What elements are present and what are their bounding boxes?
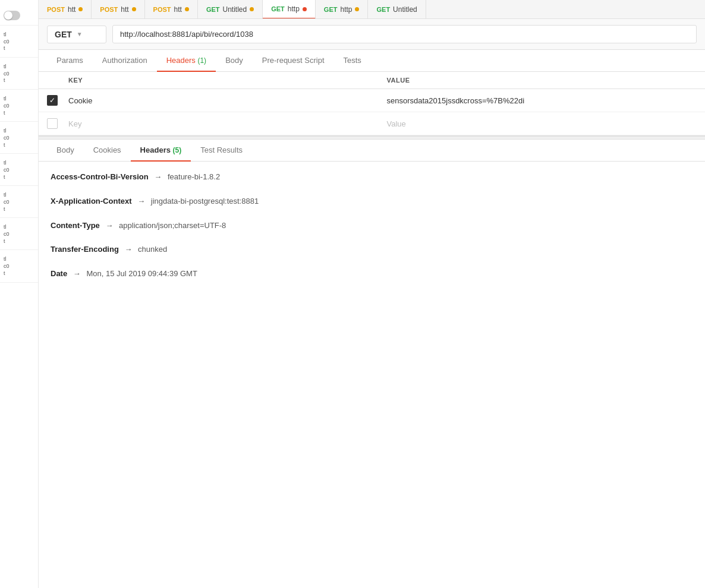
tab-method-5: GET xyxy=(324,6,338,13)
tab-dot-3 xyxy=(250,7,254,11)
tab-authorization[interactable]: Authorization xyxy=(93,50,157,72)
header-row-2: Key Value xyxy=(39,112,705,135)
tab-method-4: GET xyxy=(271,5,285,12)
header-row-1: ✓ Cookie sensorsdata2015jssdkcross=%7B%2… xyxy=(39,89,705,112)
app-container: tlc0t tlc0t tlc0t tlc0t tlc0t tlc0t tlc0… xyxy=(0,0,705,588)
tab-tests[interactable]: Tests xyxy=(334,50,371,72)
arrow-icon-5: → xyxy=(73,269,81,278)
sidebar-item-5[interactable]: tlc0t xyxy=(0,154,38,186)
tab-3[interactable]: GETUntitled xyxy=(198,0,263,18)
headers-table: KEY VALUE ✓ Cookie sensorsdata2015jssdkc… xyxy=(39,72,705,136)
response-header-2: X-Application-Context → jingdata-bi-post… xyxy=(51,195,693,208)
sidebar-item-6[interactable]: tlc0t xyxy=(0,186,38,218)
tab-dot-0 xyxy=(78,7,83,11)
key-col-header: KEY xyxy=(68,77,387,84)
tab-dot-2 xyxy=(185,7,189,11)
value-col-header: VALUE xyxy=(387,77,706,84)
sidebar-toggle[interactable] xyxy=(0,6,38,26)
header-value-2-placeholder[interactable]: Value xyxy=(387,119,706,128)
response-header-1: Access-Control-Bi-Version → feature-bi-1… xyxy=(51,171,693,184)
tab-params[interactable]: Params xyxy=(47,50,93,72)
response-body: Access-Control-Bi-Version → feature-bi-1… xyxy=(39,162,705,588)
res-tab-test-results[interactable]: Test Results xyxy=(191,140,252,162)
sidebar: tlc0t tlc0t tlc0t tlc0t tlc0t tlc0t tlc0… xyxy=(0,0,39,588)
sidebar-item-8[interactable]: tlc0t xyxy=(0,250,38,282)
arrow-icon-3: → xyxy=(105,221,113,230)
tab-dot-1 xyxy=(132,7,136,11)
arrow-icon-2: → xyxy=(137,197,145,206)
tab-dot-4 xyxy=(303,7,307,11)
arrow-icon-4: → xyxy=(124,245,132,254)
response-header-4: Transfer-Encoding → chunked xyxy=(51,244,693,256)
sidebar-item-1[interactable]: tlc0t xyxy=(0,26,38,58)
method-selector[interactable]: GET ▼ xyxy=(47,26,106,43)
request-tabs: Params Authorization Headers (1) Body Pr… xyxy=(39,50,705,72)
checkbox-1[interactable]: ✓ xyxy=(47,95,58,106)
header-key-1[interactable]: Cookie xyxy=(68,96,387,105)
sidebar-item-3[interactable]: tlc0t xyxy=(0,90,38,122)
tab-headers[interactable]: Headers (1) xyxy=(157,50,216,72)
tab-dot-5 xyxy=(355,7,359,11)
sidebar-item-4[interactable]: tlc0t xyxy=(0,122,38,154)
checkbox-cell-1[interactable]: ✓ xyxy=(39,95,68,106)
res-tab-headers[interactable]: Headers (5) xyxy=(131,140,191,162)
headers-table-header: KEY VALUE xyxy=(39,72,705,89)
url-input[interactable] xyxy=(112,25,697,43)
tab-prerequest-script[interactable]: Pre-request Script xyxy=(253,50,334,72)
header-key-2-placeholder[interactable]: Key xyxy=(68,119,387,128)
sidebar-item-7[interactable]: tlc0t xyxy=(0,218,38,250)
tab-2[interactable]: POSThtt xyxy=(145,0,198,18)
method-label: GET xyxy=(55,30,72,39)
tab-label-0: htt xyxy=(68,5,75,14)
response-header-3: Content-Type → application/json;charset=… xyxy=(51,220,693,232)
tab-1[interactable]: POSThtt xyxy=(92,0,144,18)
tab-method-6: GET xyxy=(376,6,390,13)
response-tabs: Body Cookies Headers (5) Test Results xyxy=(39,140,705,162)
tab-method-0: POST xyxy=(47,6,65,13)
tab-method-3: GET xyxy=(206,6,220,13)
tab-method-2: POST xyxy=(153,6,171,13)
res-tab-cookies[interactable]: Cookies xyxy=(84,140,131,162)
tab-label-2: htt xyxy=(174,5,182,14)
arrow-icon-1: → xyxy=(154,172,162,181)
tab-method-1: POST xyxy=(100,6,118,13)
checkbox-2[interactable] xyxy=(47,118,58,129)
tab-label-4: http xyxy=(288,5,300,13)
tab-label-3: Untitled xyxy=(223,5,247,14)
checkbox-cell-2[interactable] xyxy=(39,118,68,129)
main-content: POSThttPOSThttPOSThttGETUntitledGEThttpG… xyxy=(39,0,705,588)
tab-6[interactable]: GETUntitled xyxy=(368,0,426,18)
tab-5[interactable]: GEThttp xyxy=(316,0,369,18)
header-value-1[interactable]: sensorsdata2015jssdkcross=%7B%22di xyxy=(387,96,706,105)
tab-label-6: Untitled xyxy=(393,5,417,14)
chevron-down-icon: ▼ xyxy=(77,31,83,37)
request-bar: GET ▼ xyxy=(39,19,705,50)
response-header-5: Date → Mon, 15 Jul 2019 09:44:39 GMT xyxy=(51,268,693,280)
sidebar-item-2[interactable]: tlc0t xyxy=(0,58,38,90)
tabs-bar: POSThttPOSThttPOSThttGETUntitledGEThttpG… xyxy=(39,0,705,19)
tab-label-1: htt xyxy=(121,5,128,14)
tab-label-5: http xyxy=(340,5,352,14)
tab-4[interactable]: GEThttp xyxy=(263,0,316,19)
res-tab-body[interactable]: Body xyxy=(47,140,84,162)
tab-0[interactable]: POSThtt xyxy=(39,0,92,18)
check-col-header xyxy=(39,77,68,84)
tab-body[interactable]: Body xyxy=(216,50,253,72)
